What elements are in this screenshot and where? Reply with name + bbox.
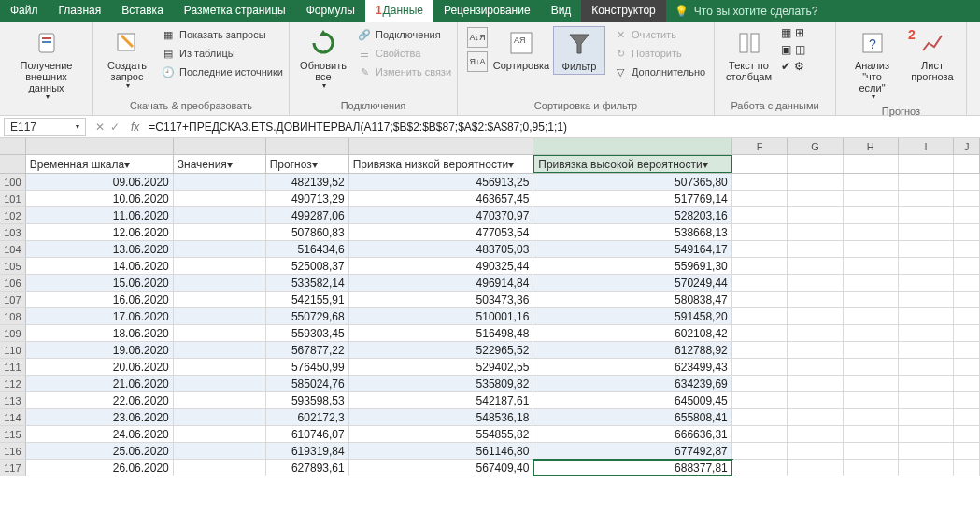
cell[interactable]: 602108,42 [533,325,731,341]
cell[interactable] [174,376,266,391]
cell[interactable] [788,325,843,341]
cell[interactable]: 13.06.2020 [26,241,174,257]
flash-fill-icon[interactable]: ▦ [781,26,791,39]
row-header[interactable]: 105 [0,258,26,274]
get-external-data-button[interactable]: Получение внешних данных▾ [7,26,85,104]
cell[interactable] [954,258,980,274]
cell[interactable]: 522965,52 [349,342,534,358]
tab-file[interactable]: Файл [0,0,49,22]
cell[interactable] [732,174,788,190]
cell[interactable] [788,409,843,425]
cell[interactable]: 666636,31 [533,426,731,442]
cell[interactable]: 490713,29 [266,191,349,206]
cell[interactable] [174,308,266,324]
cell[interactable] [954,359,980,375]
tab-home[interactable]: Главная [49,0,112,22]
cell[interactable] [899,191,954,206]
cell[interactable] [788,359,843,375]
tab-review[interactable]: Рецензирование [433,0,541,22]
cell[interactable]: 517769,14 [533,191,731,206]
cell[interactable]: 529402,55 [349,359,534,375]
cell[interactable]: 482139,52 [266,174,349,190]
cell[interactable]: 25.06.2020 [26,443,174,459]
cell[interactable] [899,241,954,257]
cell[interactable]: 15.06.2020 [26,275,174,291]
reapply-button[interactable]: ↻Повторить [611,45,707,62]
filter-icon[interactable]: ▾ [508,158,514,171]
cell[interactable] [899,292,954,307]
cell[interactable]: 559303,45 [266,325,349,341]
row-header[interactable]: 116 [0,443,26,459]
cell[interactable]: 503473,36 [349,292,534,307]
cell[interactable] [899,460,954,476]
select-all-corner[interactable] [0,138,26,154]
remove-dup-icon[interactable]: ▣ [781,43,791,56]
row-header[interactable]: 107 [0,292,26,307]
cell[interactable] [899,258,954,274]
cell[interactable] [732,191,788,206]
tab-page-layout[interactable]: Разметка страницы [174,0,296,22]
cell[interactable]: 548536,18 [349,409,534,425]
cell[interactable]: 576450,99 [266,359,349,375]
cell[interactable]: 550729,68 [266,308,349,324]
cell[interactable]: 09.06.2020 [26,174,174,190]
cell[interactable] [954,224,980,240]
cell[interactable] [899,426,954,442]
sort-button[interactable]: AЯ Сортировка [495,26,547,73]
cell[interactable]: 23.06.2020 [26,409,174,425]
cell[interactable] [954,207,980,223]
cell[interactable]: 567877,22 [266,342,349,358]
cell[interactable] [732,207,788,223]
cell[interactable] [954,426,980,442]
cell[interactable] [732,224,788,240]
cell[interactable] [788,191,843,206]
cell[interactable]: 22.06.2020 [26,392,174,408]
cell[interactable]: 549164,17 [533,241,731,257]
filter-icon[interactable]: ▾ [703,158,708,171]
formula-input[interactable] [145,119,980,135]
what-if-button[interactable]: ? Анализ "что если"▾ [844,26,901,104]
cell[interactable]: 14.06.2020 [26,258,174,274]
cell[interactable] [899,207,954,223]
new-query-button[interactable]: Создать запрос▾ [101,26,153,92]
cell[interactable] [844,376,899,391]
cell[interactable] [954,275,980,291]
cell[interactable]: 528203,16 [533,207,731,223]
tab-design[interactable]: Конструктор [581,0,665,22]
row-header[interactable]: 108 [0,308,26,324]
cell[interactable]: 688377,81 [533,460,731,476]
cell[interactable] [788,258,843,274]
cell[interactable] [844,392,899,408]
cell[interactable]: 496914,84 [349,275,534,291]
col-A[interactable] [26,138,174,154]
cell[interactable] [844,224,899,240]
cell[interactable] [844,292,899,307]
cell[interactable] [844,359,899,375]
cell[interactable] [732,409,788,425]
cell[interactable]: 19.06.2020 [26,342,174,358]
cell[interactable] [174,292,266,307]
cell[interactable] [844,443,899,459]
cell[interactable] [174,342,266,358]
cell[interactable] [954,392,980,408]
cell[interactable]: 516434,6 [266,241,349,257]
row-header[interactable]: 110 [0,342,26,358]
cell[interactable] [174,409,266,425]
cell[interactable] [788,426,843,442]
cell[interactable]: 507365,80 [533,174,731,190]
cell[interactable] [732,258,788,274]
cell[interactable]: 17.06.2020 [26,308,174,324]
cell[interactable] [899,409,954,425]
cell[interactable]: 20.06.2020 [26,359,174,375]
data-validation-icon[interactable]: ✔ [781,60,790,73]
cell[interactable] [954,409,980,425]
cell[interactable] [954,292,980,307]
cell[interactable] [174,174,266,190]
cell[interactable] [732,376,788,391]
cell[interactable]: 483705,03 [349,241,534,257]
manage-data-icon[interactable]: ⚙ [794,60,804,73]
name-box[interactable]: E117▾ [4,118,86,136]
row-header[interactable]: 112 [0,376,26,391]
cell[interactable]: 16.06.2020 [26,292,174,307]
cell[interactable] [899,308,954,324]
